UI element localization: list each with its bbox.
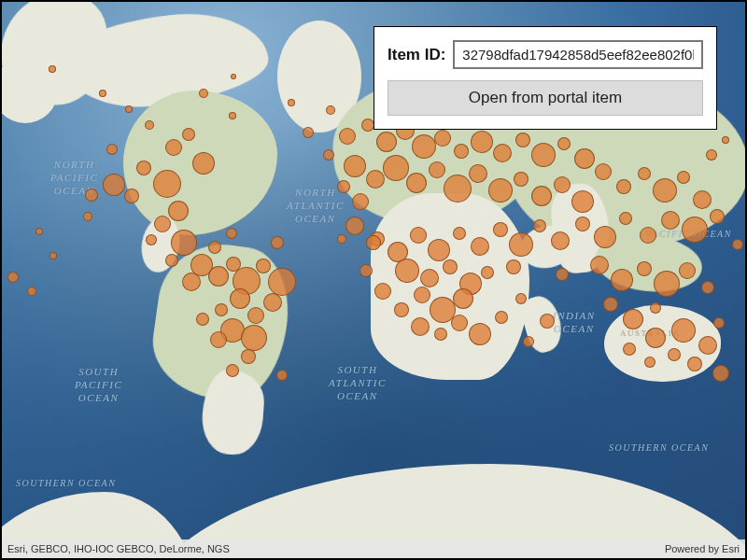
attribution-bar: Esri, GEBCO, IHO-IOC GEBCO, DeLorme, NGS…	[2, 539, 745, 558]
open-from-portal-button[interactable]: Open from portal item	[388, 80, 703, 116]
map-container[interactable]: NORTHPACIFICOCEAN SOUTHPACIFICOCEAN NORT…	[0, 0, 747, 560]
item-id-row: Item ID:	[388, 40, 703, 69]
portal-item-panel: Item ID: Open from portal item	[374, 26, 717, 130]
landmass	[604, 305, 721, 382]
attribution-powered-by: Powered by Esri	[665, 543, 740, 554]
attribution-sources: Esri, GEBCO, IHO-IOC GEBCO, DeLorme, NGS	[7, 543, 230, 554]
item-id-input[interactable]	[453, 40, 703, 69]
item-id-label: Item ID:	[388, 46, 445, 64]
landmass	[371, 193, 529, 380]
